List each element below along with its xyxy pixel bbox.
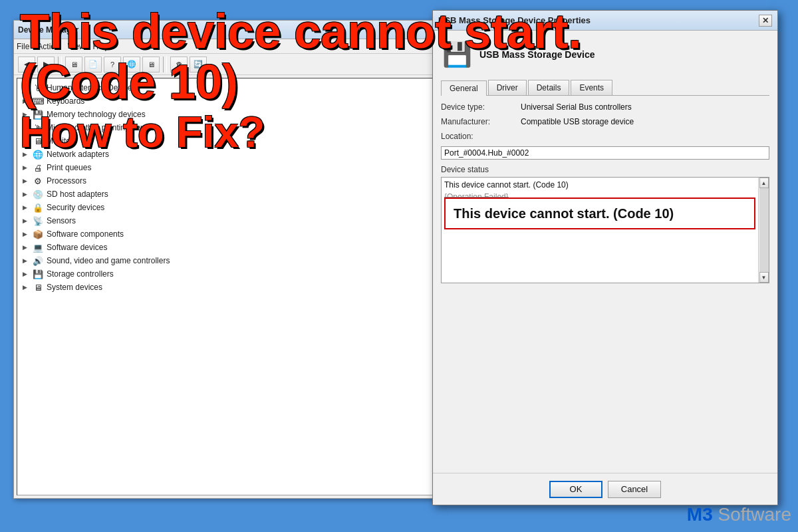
m3-branding: M3 Software: [687, 504, 791, 525]
list-item[interactable]: ▶ 💿 SD host adapters: [17, 188, 435, 201]
list-item[interactable]: ▶ 🖥 Monitors: [17, 134, 435, 148]
location-row: Location:: [441, 132, 769, 141]
dm-menubar[interactable]: File Action View Help: [14, 39, 438, 54]
tree-arrow: ▶: [23, 111, 32, 118]
scroll-up[interactable]: ▲: [759, 178, 769, 188]
menu-file[interactable]: File: [17, 42, 29, 51]
list-item[interactable]: ▶ 🔊 Sound, video and game controllers: [17, 254, 435, 267]
security-icon: 🔒: [32, 202, 44, 213]
highlight-text: This device cannot start. (Code 10): [454, 206, 674, 221]
tree-label: Processors: [47, 176, 86, 186]
mice-icon: 🖱: [32, 122, 44, 133]
tree-arrow: ▶: [23, 257, 32, 264]
tree-label: Software devices: [47, 243, 107, 252]
tree-label: Monitors: [47, 136, 77, 146]
tab-events[interactable]: Events: [571, 80, 612, 95]
uninstall-button[interactable]: 🗑: [170, 57, 188, 72]
status-text: This device cannot start. (Code 10): [444, 180, 766, 190]
properties-button[interactable]: 📄: [84, 57, 102, 72]
tree-arrow: ▶: [23, 138, 32, 144]
tree-label: Keyboards: [47, 96, 84, 106]
menu-action[interactable]: Action: [37, 42, 59, 51]
list-item[interactable]: ▶ 🔒 Security devices: [17, 201, 435, 214]
dialog-title: USB Mass Storage Device Properties: [438, 15, 591, 25]
software-components-icon: 📦: [32, 229, 44, 239]
software-text: Software: [713, 504, 791, 525]
device-type-value: Universal Serial Bus controllers: [521, 102, 769, 112]
processors-icon: ⚙: [32, 176, 44, 186]
error-highlight-box: This device cannot start. (Code 10): [444, 198, 755, 229]
manufacturer-row: Manufacturer: Compatible USB storage dev…: [441, 117, 769, 126]
sd-icon: 💿: [32, 189, 44, 200]
tree-arrow: ▶: [23, 164, 32, 171]
tree-label: Network adapters: [47, 150, 109, 159]
dialog-footer: OK Cancel: [433, 473, 777, 505]
software-devices-icon: 💻: [32, 242, 44, 253]
storage-icon: 💾: [32, 269, 44, 279]
tree-arrow: ▶: [23, 151, 32, 158]
list-item[interactable]: ▶ 🖱 Mice and other pointing device: [17, 121, 435, 134]
tree-label: Print queues: [47, 163, 91, 172]
tab-driver[interactable]: Driver: [488, 80, 527, 95]
back-button[interactable]: ◀: [18, 57, 35, 72]
network-button[interactable]: 🌐: [123, 57, 140, 72]
manufacturer-value: Compatible USB storage device: [521, 117, 769, 126]
refresh-button[interactable]: 🔄: [190, 57, 207, 72]
tree-label: Storage controllers: [47, 269, 114, 279]
toolbar-sep2: [163, 57, 167, 72]
tree-label: Memory technology devices: [47, 110, 146, 119]
device-type-row: Device type: Universal Serial Bus contro…: [441, 102, 769, 112]
tree-arrow: ▶: [23, 231, 32, 237]
device-type-label: Device type:: [441, 102, 521, 112]
tree-arrow: ▶: [23, 204, 32, 211]
list-item[interactable]: ▶ 🖱 Human Interface Devices: [17, 81, 435, 94]
monitor-button[interactable]: 🖥: [142, 57, 160, 72]
tree-arrow: ▶: [23, 191, 32, 198]
scroll-down[interactable]: ▼: [759, 272, 769, 283]
toolbar-sep1: [58, 57, 62, 72]
list-item[interactable]: ▶ 🖨 Print queues: [17, 161, 435, 174]
help-button[interactable]: ?: [104, 57, 121, 72]
tree-arrow: ▶: [23, 98, 32, 104]
ok-button[interactable]: OK: [549, 481, 602, 498]
tree-arrow: ▶: [23, 84, 32, 91]
tree-label: Sensors: [47, 216, 76, 225]
list-item[interactable]: ▶ ⚙ Processors: [17, 174, 435, 188]
list-item[interactable]: ▶ ⌨ Keyboards: [17, 94, 435, 108]
tree-arrow: ▶: [23, 217, 32, 224]
tree-label: Mice and other pointing device: [47, 123, 155, 132]
menu-help[interactable]: Help: [93, 42, 110, 51]
device-icon: 💾: [441, 39, 473, 70]
list-item[interactable]: ▶ 💾 Storage controllers: [17, 267, 435, 281]
device-name: USB Mass Storage Device: [479, 49, 595, 60]
list-item[interactable]: ▶ 💻 Software devices: [17, 241, 435, 254]
list-item[interactable]: ▶ 💾 Memory technology devices: [17, 108, 435, 121]
device-tree[interactable]: ▶ 🖱 Human Interface Devices ▶ ⌨ Keyboard…: [17, 78, 436, 495]
tab-details[interactable]: Details: [528, 80, 570, 95]
computer-button[interactable]: 🖥: [65, 57, 82, 72]
device-status-label: Device status: [441, 165, 769, 174]
location-input[interactable]: [441, 146, 769, 160]
tab-general[interactable]: General: [441, 80, 487, 96]
list-item[interactable]: ▶ 🌐 Network adapters: [17, 148, 435, 161]
tree-arrow: ▶: [23, 284, 32, 291]
network-icon: 🌐: [32, 149, 44, 160]
list-item[interactable]: ▶ 📡 Sensors: [17, 214, 435, 227]
status-scrollbar[interactable]: ▲ ▼: [758, 178, 769, 283]
location-label: Location:: [441, 132, 521, 141]
sensors-icon: 📡: [32, 215, 44, 226]
cancel-button[interactable]: Cancel: [608, 481, 661, 498]
list-item[interactable]: ▶ 🖥 System devices: [17, 281, 435, 294]
dm-title: Device Manager: [18, 25, 78, 35]
tree-label: Human Interface Devices: [47, 83, 136, 92]
list-item[interactable]: ▶ 📦 Software components: [17, 227, 435, 241]
keyboards-icon: ⌨: [32, 96, 44, 106]
dialog-tabs: General Driver Details Events: [441, 80, 769, 96]
tree-arrow: ▶: [23, 271, 32, 277]
close-button[interactable]: ✕: [759, 15, 772, 27]
menu-view[interactable]: View: [68, 42, 85, 51]
forward-button[interactable]: ▶: [37, 57, 55, 72]
tree-label: System devices: [47, 283, 102, 292]
device-header: 💾 USB Mass Storage Device: [441, 39, 769, 70]
tree-label: SD host adapters: [47, 190, 108, 199]
